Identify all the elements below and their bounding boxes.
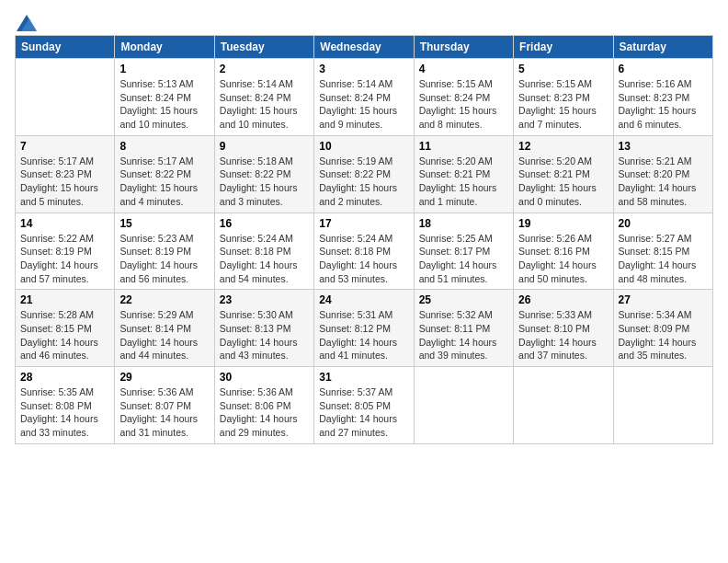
calendar-cell: 2Sunrise: 5:14 AM Sunset: 8:24 PM Daylig… [214, 59, 313, 136]
calendar-cell: 19Sunrise: 5:26 AM Sunset: 8:16 PM Dayli… [514, 213, 613, 290]
calendar-cell: 6Sunrise: 5:16 AM Sunset: 8:23 PM Daylig… [613, 59, 712, 136]
calendar-cell: 24Sunrise: 5:31 AM Sunset: 8:12 PM Dayli… [314, 290, 414, 367]
day-number: 29 [119, 371, 209, 384]
calendar-week-row: 14Sunrise: 5:22 AM Sunset: 8:19 PM Dayli… [16, 213, 713, 290]
calendar-cell: 8Sunrise: 5:17 AM Sunset: 8:22 PM Daylig… [115, 135, 214, 213]
day-info: Sunrise: 5:15 AM Sunset: 8:24 PM Dayligh… [419, 77, 508, 132]
day-info: Sunrise: 5:28 AM Sunset: 8:15 PM Dayligh… [20, 308, 109, 362]
day-info: Sunrise: 5:18 AM Sunset: 8:22 PM Dayligh… [220, 155, 309, 209]
day-number: 17 [319, 217, 408, 230]
weekday-header: Saturday [613, 36, 712, 59]
day-number: 19 [518, 217, 608, 230]
day-info: Sunrise: 5:27 AM Sunset: 8:15 PM Dayligh… [619, 232, 708, 286]
calendar-cell: 5Sunrise: 5:15 AM Sunset: 8:23 PM Daylig… [514, 59, 613, 136]
day-number: 26 [518, 293, 608, 306]
weekday-header: Wednesday [314, 36, 414, 59]
day-info: Sunrise: 5:24 AM Sunset: 8:18 PM Dayligh… [220, 232, 309, 286]
day-info: Sunrise: 5:14 AM Sunset: 8:24 PM Dayligh… [220, 77, 309, 132]
page-header [15, 15, 713, 28]
calendar-cell: 9Sunrise: 5:18 AM Sunset: 8:22 PM Daylig… [214, 135, 313, 213]
calendar-cell: 28Sunrise: 5:35 AM Sunset: 8:08 PM Dayli… [16, 367, 115, 444]
day-number: 6 [619, 63, 708, 75]
calendar-cell: 7Sunrise: 5:17 AM Sunset: 8:23 PM Daylig… [16, 135, 115, 213]
calendar-cell: 29Sunrise: 5:36 AM Sunset: 8:07 PM Dayli… [115, 367, 214, 444]
calendar-cell: 25Sunrise: 5:32 AM Sunset: 8:11 PM Dayli… [414, 290, 513, 367]
day-info: Sunrise: 5:19 AM Sunset: 8:22 PM Dayligh… [319, 155, 408, 209]
calendar-cell: 17Sunrise: 5:24 AM Sunset: 8:18 PM Dayli… [314, 213, 414, 290]
calendar-cell: 10Sunrise: 5:19 AM Sunset: 8:22 PM Dayli… [314, 135, 414, 213]
calendar-cell [414, 367, 513, 444]
day-number: 4 [419, 63, 508, 75]
day-info: Sunrise: 5:21 AM Sunset: 8:20 PM Dayligh… [619, 155, 708, 209]
day-info: Sunrise: 5:13 AM Sunset: 8:24 PM Dayligh… [119, 77, 209, 132]
day-info: Sunrise: 5:16 AM Sunset: 8:23 PM Dayligh… [619, 77, 708, 132]
day-number: 16 [220, 217, 309, 230]
day-number: 20 [619, 217, 708, 230]
calendar-cell: 18Sunrise: 5:25 AM Sunset: 8:17 PM Dayli… [414, 213, 513, 290]
weekday-header: Monday [115, 36, 214, 59]
day-info: Sunrise: 5:17 AM Sunset: 8:22 PM Dayligh… [119, 155, 209, 209]
day-info: Sunrise: 5:37 AM Sunset: 8:05 PM Dayligh… [319, 385, 408, 440]
calendar-cell: 27Sunrise: 5:34 AM Sunset: 8:09 PM Dayli… [613, 290, 712, 367]
day-info: Sunrise: 5:34 AM Sunset: 8:09 PM Dayligh… [619, 308, 708, 362]
day-info: Sunrise: 5:24 AM Sunset: 8:18 PM Dayligh… [319, 232, 408, 286]
day-info: Sunrise: 5:17 AM Sunset: 8:23 PM Dayligh… [20, 155, 109, 209]
day-number: 18 [419, 217, 508, 230]
day-info: Sunrise: 5:25 AM Sunset: 8:17 PM Dayligh… [419, 232, 508, 286]
day-info: Sunrise: 5:30 AM Sunset: 8:13 PM Dayligh… [220, 308, 309, 362]
day-number: 23 [220, 293, 309, 306]
day-info: Sunrise: 5:14 AM Sunset: 8:24 PM Dayligh… [319, 77, 408, 132]
weekday-header: Tuesday [214, 36, 313, 59]
day-number: 10 [319, 140, 408, 153]
day-number: 3 [319, 63, 408, 75]
day-number: 31 [319, 371, 408, 384]
calendar-week-row: 28Sunrise: 5:35 AM Sunset: 8:08 PM Dayli… [16, 367, 713, 444]
day-number: 22 [119, 293, 209, 306]
calendar-week-row: 21Sunrise: 5:28 AM Sunset: 8:15 PM Dayli… [16, 290, 713, 367]
calendar-header-row: SundayMondayTuesdayWednesdayThursdayFrid… [16, 36, 713, 59]
day-number: 9 [220, 140, 309, 153]
calendar-cell: 12Sunrise: 5:20 AM Sunset: 8:21 PM Dayli… [514, 135, 613, 213]
logo [15, 15, 37, 28]
calendar-cell: 26Sunrise: 5:33 AM Sunset: 8:10 PM Dayli… [514, 290, 613, 367]
day-number: 5 [518, 63, 608, 75]
day-number: 13 [619, 140, 708, 153]
calendar-cell: 31Sunrise: 5:37 AM Sunset: 8:05 PM Dayli… [314, 367, 414, 444]
weekday-header: Friday [514, 36, 613, 59]
day-number: 14 [20, 217, 109, 230]
calendar-cell: 1Sunrise: 5:13 AM Sunset: 8:24 PM Daylig… [115, 59, 214, 136]
day-info: Sunrise: 5:22 AM Sunset: 8:19 PM Dayligh… [20, 232, 109, 286]
weekday-header: Thursday [414, 36, 513, 59]
day-info: Sunrise: 5:31 AM Sunset: 8:12 PM Dayligh… [319, 308, 408, 362]
day-info: Sunrise: 5:20 AM Sunset: 8:21 PM Dayligh… [419, 155, 508, 209]
day-info: Sunrise: 5:20 AM Sunset: 8:21 PM Dayligh… [518, 155, 608, 209]
calendar-cell: 15Sunrise: 5:23 AM Sunset: 8:19 PM Dayli… [115, 213, 214, 290]
day-info: Sunrise: 5:23 AM Sunset: 8:19 PM Dayligh… [119, 232, 209, 286]
calendar-cell: 13Sunrise: 5:21 AM Sunset: 8:20 PM Dayli… [613, 135, 712, 213]
calendar-cell [613, 367, 712, 444]
day-number: 25 [419, 293, 508, 306]
calendar-cell: 21Sunrise: 5:28 AM Sunset: 8:15 PM Dayli… [16, 290, 115, 367]
day-number: 27 [619, 293, 708, 306]
day-number: 7 [20, 140, 109, 153]
calendar-cell: 23Sunrise: 5:30 AM Sunset: 8:13 PM Dayli… [214, 290, 313, 367]
day-info: Sunrise: 5:26 AM Sunset: 8:16 PM Dayligh… [518, 232, 608, 286]
logo-icon [17, 15, 37, 31]
calendar-week-row: 1Sunrise: 5:13 AM Sunset: 8:24 PM Daylig… [16, 59, 713, 136]
day-number: 12 [518, 140, 608, 153]
calendar-cell: 30Sunrise: 5:36 AM Sunset: 8:06 PM Dayli… [214, 367, 313, 444]
weekday-header: Sunday [16, 36, 115, 59]
day-info: Sunrise: 5:29 AM Sunset: 8:14 PM Dayligh… [119, 308, 209, 362]
day-number: 1 [119, 63, 209, 75]
day-number: 2 [220, 63, 309, 75]
day-number: 11 [419, 140, 508, 153]
calendar-cell: 11Sunrise: 5:20 AM Sunset: 8:21 PM Dayli… [414, 135, 513, 213]
day-info: Sunrise: 5:36 AM Sunset: 8:06 PM Dayligh… [220, 385, 309, 440]
day-info: Sunrise: 5:35 AM Sunset: 8:08 PM Dayligh… [20, 385, 109, 440]
day-number: 28 [20, 371, 109, 384]
day-number: 21 [20, 293, 109, 306]
calendar-cell [16, 59, 115, 136]
day-info: Sunrise: 5:36 AM Sunset: 8:07 PM Dayligh… [119, 385, 209, 440]
calendar-cell: 16Sunrise: 5:24 AM Sunset: 8:18 PM Dayli… [214, 213, 313, 290]
calendar-cell: 4Sunrise: 5:15 AM Sunset: 8:24 PM Daylig… [414, 59, 513, 136]
